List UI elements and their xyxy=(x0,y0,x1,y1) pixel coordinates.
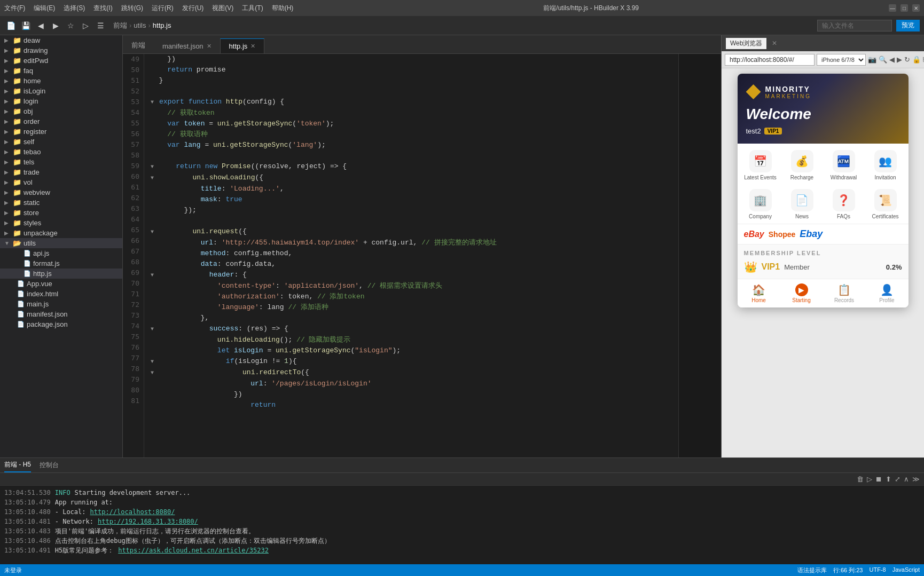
breadcrumb-root[interactable]: 前端 xyxy=(113,21,127,30)
sidebar-item-home[interactable]: ▶ 📁 home xyxy=(0,76,122,86)
sidebar-item-tebao[interactable]: ▶ 📁 tebao xyxy=(0,147,122,157)
sidebar-item-login[interactable]: ▶ 📁 login xyxy=(0,96,122,106)
sidebar-item-styles[interactable]: ▶ 📁 styles xyxy=(0,218,122,228)
sidebar-item-deaw[interactable]: ▶ 📁 deaw xyxy=(0,35,122,45)
chevron-up-icon[interactable]: ∧ xyxy=(904,475,909,483)
preview-button[interactable]: 预览 xyxy=(896,20,920,31)
menu-jump[interactable]: 跳转(G) xyxy=(121,4,143,13)
file-search-input[interactable] xyxy=(817,20,892,31)
breadcrumb-folder[interactable]: utils xyxy=(134,21,146,29)
sidebar-item-order[interactable]: ▶ 📁 order xyxy=(0,116,122,127)
network-link[interactable]: http://192.168.31.33:8080/ xyxy=(98,517,198,526)
back-button[interactable]: ◀ xyxy=(34,19,47,32)
menu-tools[interactable]: 工具(T) xyxy=(242,4,263,13)
sidebar-item-tels[interactable]: ▶ 📁 tels xyxy=(0,157,122,167)
menu-view[interactable]: 视图(V) xyxy=(212,4,233,13)
menu-run[interactable]: 运行(R) xyxy=(152,4,174,13)
log-line: 13:05:10.480 - Local: http://localhost:8… xyxy=(4,507,920,517)
save-button[interactable]: 💾 xyxy=(19,19,32,32)
stop-console-icon[interactable]: ⏹ xyxy=(875,475,882,483)
sidebar-item-faq[interactable]: ▶ 📁 faq xyxy=(0,66,122,76)
export-console-icon[interactable]: ⬆ xyxy=(886,475,891,483)
menu-select[interactable]: 选择(S) xyxy=(64,4,85,13)
menu-item-company[interactable]: 🏢 Company xyxy=(742,189,779,219)
menu-item-certificates[interactable]: 📜 Certificates xyxy=(867,189,904,219)
menu-item-recharge[interactable]: 💰 Recharge xyxy=(784,150,821,180)
sidebar-item-vol[interactable]: ▶ 📁 vol xyxy=(0,177,122,187)
new-file-button[interactable]: 📄 xyxy=(4,19,17,32)
sidebar-item-appvue[interactable]: 📄 App.vue xyxy=(0,279,122,289)
sidebar-item-mainjs[interactable]: 📄 main.js xyxy=(0,299,122,309)
web-panel-tab[interactable]: Web浏览器 xyxy=(726,38,766,49)
bottom-tab-console[interactable]: 控制台 xyxy=(40,459,59,472)
sidebar-item-packagejson[interactable]: 📄 package.json xyxy=(0,319,122,329)
screenshot-button[interactable]: 📷 xyxy=(868,54,876,66)
expand-console-icon[interactable]: ⤢ xyxy=(895,475,900,483)
sidebar-item-manifestjson[interactable]: 📄 manifest.json xyxy=(0,309,122,319)
sidebar-item-register[interactable]: ▶ 📁 register xyxy=(0,127,122,137)
menu-item-withdrawal[interactable]: 🏧 Withdrawal xyxy=(825,150,863,180)
console-output[interactable]: 13:04:51.530 INFO Starting development s… xyxy=(0,486,924,564)
nav-item-profile[interactable]: 👤 Profile xyxy=(866,279,909,307)
clear-console-icon[interactable]: 🗑 xyxy=(857,475,864,483)
sidebar-item-indexhtml[interactable]: 📄 index.html xyxy=(0,289,122,299)
sidebar-item-webview[interactable]: ▶ 📁 webview xyxy=(0,187,122,198)
sidebar-item-obj[interactable]: ▶ 📁 obj xyxy=(0,106,122,116)
overflow-icon[interactable]: ≫ xyxy=(912,475,920,483)
code-line: method: config.method, xyxy=(151,248,678,259)
sidebar-item-formatjs[interactable]: 📄 format.js xyxy=(0,258,122,269)
menu-publish[interactable]: 发行(U) xyxy=(182,4,204,13)
profile-nav-icon: 👤 xyxy=(880,283,894,296)
menu-label: Invitation xyxy=(874,175,896,180)
web-panel-close-icon[interactable]: ✕ xyxy=(772,40,777,47)
nav-back-button[interactable]: ◀ xyxy=(889,54,895,66)
tab-manifest[interactable]: manifest.json ✕ xyxy=(154,38,220,53)
maximize-button[interactable]: □ xyxy=(900,4,908,12)
device-select[interactable]: iPhone 6/7/8 xyxy=(817,54,866,66)
sidebar-item-editpwd[interactable]: ▶ 📁 editPwd xyxy=(0,56,122,66)
sidebar-item-httpjs[interactable]: 📄 http.js xyxy=(0,269,122,279)
sidebar-item-apijs[interactable]: 📄 api.js xyxy=(0,248,122,258)
menu-item-events[interactable]: 📅 Latest Events xyxy=(742,150,779,180)
menu-item-faqs[interactable]: ❓ FAQs xyxy=(825,189,863,219)
menu-toggle-button[interactable]: ☰ xyxy=(94,19,107,32)
minimize-button[interactable]: — xyxy=(889,4,896,12)
sidebar-item-islogin[interactable]: ▶ 📁 isLogin xyxy=(0,86,122,96)
tab-frontend[interactable]: 前端 xyxy=(123,37,154,53)
local-link[interactable]: http://localhost:8080/ xyxy=(90,507,175,517)
menu-file[interactable]: 文件(F) xyxy=(4,4,25,13)
bookmark-button[interactable]: ☆ xyxy=(64,19,77,32)
help-link[interactable]: https://ask.dcloud.net.cn/article/35232 xyxy=(118,546,269,555)
menu-edit[interactable]: 编辑(E) xyxy=(34,4,55,13)
sidebar-item-drawing[interactable]: ▶ 📁 drawing xyxy=(0,45,122,56)
toolbar-right: 预览 xyxy=(817,20,920,31)
tab-close-icon[interactable]: ✕ xyxy=(250,43,255,50)
nav-refresh-button[interactable]: ↻ xyxy=(904,54,910,66)
nav-item-records[interactable]: 📋 Records xyxy=(823,279,866,307)
tab-http[interactable]: http.js ✕ xyxy=(220,38,265,53)
sidebar-item-static[interactable]: ▶ 📁 static xyxy=(0,198,122,208)
inspect-button[interactable]: 🔍 xyxy=(879,54,887,66)
sidebar-item-store[interactable]: ▶ 📁 store xyxy=(0,208,122,218)
bottom-tab-frontend[interactable]: 前端 - H5 xyxy=(4,458,31,472)
menu-item-news[interactable]: 📄 News xyxy=(784,189,821,219)
run-button[interactable]: ▷ xyxy=(79,19,92,32)
url-input[interactable] xyxy=(725,54,815,66)
sidebar-item-utils[interactable]: ▼ 📂 utils xyxy=(0,238,122,248)
menu-help[interactable]: 帮助(H) xyxy=(272,4,294,13)
nav-item-home[interactable]: 🏠 Home xyxy=(738,279,780,307)
nav-item-starting[interactable]: ▶ Starting xyxy=(780,279,823,307)
nav-forward-button[interactable]: ▶ xyxy=(897,54,902,66)
code-editor[interactable]: 49505152 53545556 57585960 61626364 6566… xyxy=(123,54,721,457)
tab-close-icon[interactable]: ✕ xyxy=(207,43,212,50)
menu-find[interactable]: 查找(I) xyxy=(93,4,112,13)
code-line: ▼export function http(config) { xyxy=(151,97,678,108)
code-content[interactable]: }) return promise } ▼export function htt… xyxy=(144,54,678,457)
sidebar-item-self[interactable]: ▶ 📁 self xyxy=(0,137,122,147)
run-console-icon[interactable]: ▷ xyxy=(867,475,872,483)
sidebar-item-trade[interactable]: ▶ 📁 trade xyxy=(0,167,122,177)
menu-item-invitation[interactable]: 👥 Invitation xyxy=(867,150,904,180)
forward-button[interactable]: ▶ xyxy=(49,19,62,32)
close-button[interactable]: ✕ xyxy=(912,4,920,12)
sidebar-item-unpackage[interactable]: ▶ 📁 unpackage xyxy=(0,228,122,238)
